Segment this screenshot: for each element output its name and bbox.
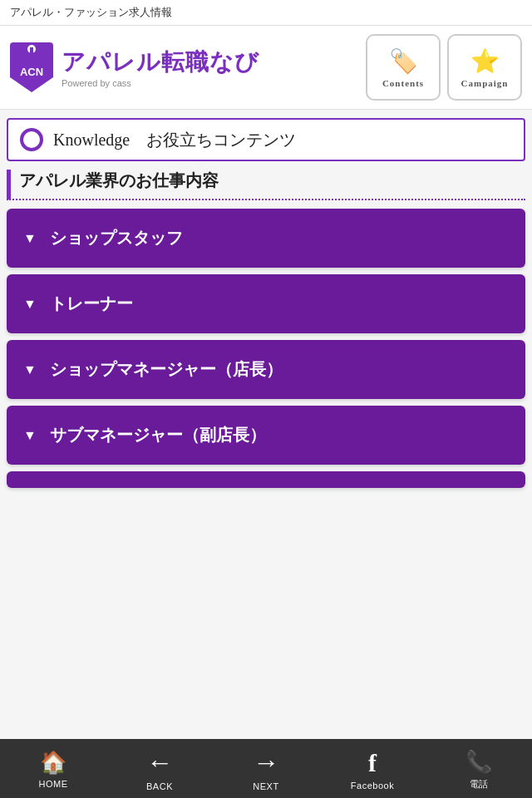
svg-text:ACN: ACN [20,66,43,78]
home-icon: 🏠 [40,750,66,776]
phone-icon: 📞 [466,749,492,775]
accordion-item-3: ▼サブマネージャー（副店長） [7,406,525,465]
accordion-header-3[interactable]: ▼サブマネージャー（副店長） [7,406,525,465]
svg-rect-1 [30,47,33,56]
accordion-header-2[interactable]: ▼ショップマネージャー（店長） [7,340,525,399]
campaign-icon: ⭐ [470,47,500,75]
contents-button[interactable]: 🏷️ Contents [366,34,441,101]
knowledge-circle-icon [20,128,43,151]
section-title: アパレル業界のお仕事内容 [19,171,219,190]
accordion-item-1: ▼トレーナー [7,274,525,333]
knowledge-text: Knowledge お役立ちコンテンツ [53,129,296,151]
status-bar: アパレル・ファッション求人情報 [0,0,532,26]
bottom-nav: 🏠 HOME ← BACK → NEXT f Facebook 📞 電話 [0,739,532,798]
status-bar-text: アパレル・ファッション求人情報 [10,6,172,18]
logo-text-area: アパレル転職なび Powered by cass [62,47,259,88]
knowledge-bar: Knowledge お役立ちコンテンツ [7,118,525,161]
back-icon: ← [146,747,173,778]
accordion-label-3: サブマネージャー（副店長） [50,424,266,446]
nav-facebook-label: Facebook [351,781,394,791]
header: ACN アパレル転職なび Powered by cass 🏷️ Contents… [0,26,532,110]
contents-icon: 🏷️ [389,47,418,75]
accordion-item-0: ▼ショップスタッフ [7,209,525,268]
logo-area: ACN アパレル転職なび Powered by cass [10,42,259,92]
accordion-item-2: ▼ショップマネージャー（店長） [7,340,525,399]
accordion-header-partial[interactable]: ▼ [7,471,525,488]
next-icon: → [253,747,279,778]
accordion-label-2: ショップマネージャー（店長） [50,358,283,381]
accordion-list: ▼ショップスタッフ▼トレーナー▼ショップマネージャー（店長）▼サブマネージャー（… [0,209,532,488]
nav-phone[interactable]: 📞 電話 [426,739,532,798]
accordion-arrow-icon-1: ▼ [23,297,37,312]
campaign-label: Campaign [461,78,509,88]
accordion-item-partial: ▼ [7,471,525,488]
nav-next-label: NEXT [253,781,278,791]
accordion-header-1[interactable]: ▼トレーナー [7,274,525,333]
nav-home[interactable]: 🏠 HOME [0,739,106,798]
accordion-label-1: トレーナー [50,293,133,315]
logo-main-text: アパレル転職なび [62,47,259,78]
logo-sub-text: Powered by cass [62,78,259,88]
accordion-label-0: ショップスタッフ [50,227,183,249]
accordion-header-0[interactable]: ▼ショップスタッフ [7,209,525,268]
nav-facebook[interactable]: f Facebook [319,739,426,798]
accordion-arrow-icon-2: ▼ [23,362,37,377]
logo-tag-icon: ACN [10,42,53,92]
header-buttons: 🏷️ Contents ⭐ Campaign [366,34,522,101]
contents-label: Contents [382,78,424,88]
nav-home-label: HOME [39,779,68,789]
facebook-icon: f [368,749,377,777]
nav-back-label: BACK [146,781,173,791]
accordion-arrow-icon-0: ▼ [23,231,37,246]
campaign-button[interactable]: ⭐ Campaign [447,34,522,101]
nav-phone-label: 電話 [470,778,489,791]
accordion-arrow-icon-3: ▼ [23,428,37,443]
nav-back[interactable]: ← BACK [106,739,213,798]
nav-next[interactable]: → NEXT [213,739,319,798]
section-title-wrap: アパレル業界のお仕事内容 [7,170,525,200]
